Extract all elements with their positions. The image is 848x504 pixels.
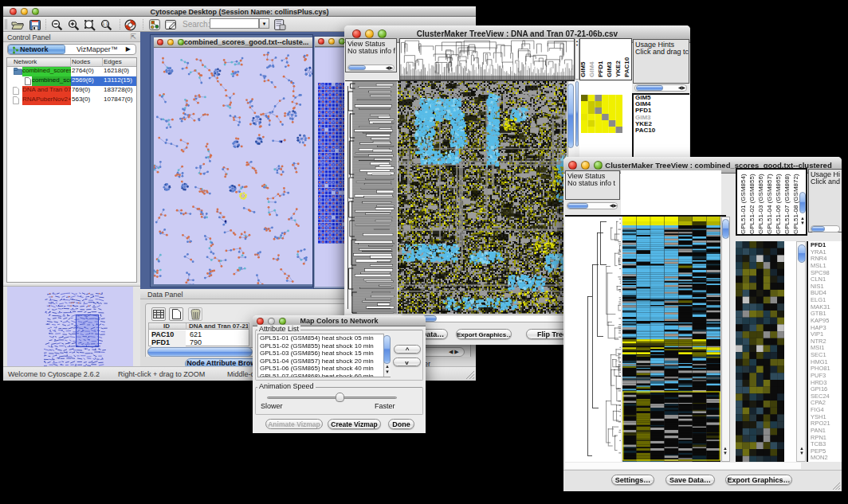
svg-text:1:1: 1:1 [103, 21, 108, 26]
